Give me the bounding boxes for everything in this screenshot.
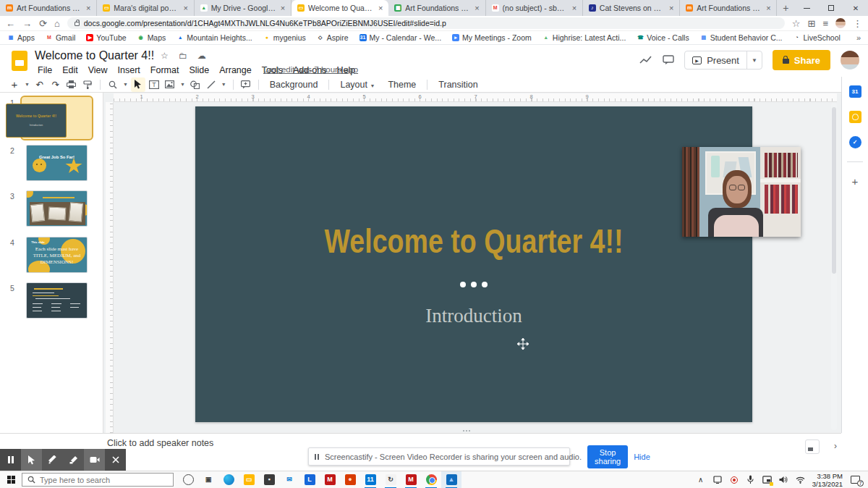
background-button[interactable]: Background — [264, 80, 324, 90]
stop-sharing-button[interactable]: Stop sharing — [587, 445, 628, 468]
taskbar-app[interactable]: M — [401, 471, 421, 488]
menu-item[interactable]: Insert — [114, 64, 145, 76]
menu-item[interactable]: Format — [146, 64, 184, 76]
insert-comment-icon[interactable] — [239, 77, 253, 92]
print-icon[interactable] — [64, 77, 79, 92]
taskbar-app[interactable]: ● — [340, 471, 360, 488]
taskbar-clock[interactable]: 3:38 PM 3/13/2021 — [812, 472, 843, 488]
bookmark[interactable]: ▶ YouTube — [86, 33, 126, 42]
layout-button[interactable]: Layout ▼ — [334, 80, 380, 90]
share-button[interactable]: Share — [773, 50, 830, 70]
slide-thumbnail[interactable]: Great Job So Far! — [26, 145, 88, 181]
menu-item[interactable]: Edit — [58, 64, 82, 76]
menu-item[interactable]: View — [84, 64, 112, 76]
back-icon[interactable]: ← — [6, 19, 15, 28]
new-slide-dropdown-icon[interactable]: ▼ — [23, 82, 31, 87]
address-bar[interactable]: docs.google.com/presentation/d/1CHAgt4MX… — [67, 17, 785, 29]
taskbar-app[interactable]: M — [320, 471, 340, 488]
maximize-icon[interactable] — [819, 0, 843, 16]
taskbar-app[interactable] — [421, 471, 441, 488]
taskbar-app[interactable]: ▣ — [198, 471, 218, 488]
close-icon[interactable]: ✕ — [843, 0, 868, 16]
bookmark[interactable]: ● mygenius — [263, 33, 306, 42]
browser-tab[interactable]: ▭ Welcome to Quarter 4!! - G × — [292, 0, 388, 16]
taskbar-app[interactable] — [218, 471, 239, 488]
taskbar-app[interactable]: ▭ — [239, 471, 259, 488]
star-icon[interactable]: ☆ — [792, 19, 801, 28]
highlighter-icon[interactable] — [63, 449, 84, 471]
slide-title-text[interactable]: Welcome to Quarter 4!! — [251, 221, 697, 261]
tab-close-icon[interactable]: × — [571, 4, 578, 12]
minimize-icon[interactable] — [794, 0, 819, 16]
notes-drag-handle[interactable] — [463, 430, 470, 432]
user-avatar[interactable] — [841, 51, 859, 70]
taskbar-app[interactable]: 11 — [360, 471, 380, 488]
slide-thumbnail[interactable] — [26, 190, 88, 227]
comments-icon[interactable] — [663, 55, 674, 65]
vertical-scrollbar[interactable] — [831, 103, 837, 430]
tab-close-icon[interactable]: × — [668, 4, 675, 12]
tab-close-icon[interactable]: × — [474, 4, 481, 12]
move-folder-icon[interactable]: 🗀 — [179, 51, 187, 61]
undo-icon[interactable]: ↶ — [33, 77, 47, 92]
taskbar-search[interactable] — [22, 473, 174, 487]
present-button[interactable]: ▶Present ▼ — [684, 51, 762, 70]
hide-link[interactable]: Hide — [634, 453, 650, 461]
menu-icon[interactable]: ⋮ — [853, 19, 862, 28]
pen-icon[interactable] — [42, 449, 63, 471]
browser-tab[interactable]: ▲ My Drive - Google Drive × — [195, 0, 292, 16]
star-icon[interactable]: ☆ — [161, 51, 169, 61]
tab-close-icon[interactable]: × — [765, 4, 772, 12]
paint-format-icon[interactable] — [80, 77, 95, 92]
bookmark[interactable]: ▤ Student Behavior C... — [700, 33, 783, 42]
recording-icon[interactable] — [729, 475, 739, 485]
taskbar-app[interactable]: ▪ — [259, 471, 279, 488]
insert-image-icon[interactable] — [163, 77, 177, 92]
new-tab-button[interactable]: + — [777, 0, 794, 16]
select-cursor-icon[interactable] — [131, 77, 145, 92]
slide-thumbnail[interactable]: Welcome to Quarter 4!! Introduction — [6, 104, 67, 138]
slides-logo-icon[interactable] — [12, 51, 27, 71]
menu-item[interactable]: File — [33, 64, 56, 76]
zoom-icon[interactable] — [106, 77, 120, 92]
tab-close-icon[interactable]: × — [377, 4, 384, 12]
browser-tab[interactable]: M (no subject) - sbybee@mo... × — [486, 0, 583, 16]
bookmark[interactable]: ▦ Apps — [7, 33, 35, 42]
profile-avatar[interactable] — [835, 18, 846, 28]
bookmark[interactable]: 31 My - Calendar - We... — [359, 33, 442, 42]
add-panel-icon[interactable]: + — [852, 175, 859, 188]
start-button-icon[interactable] — [0, 471, 22, 488]
document-title[interactable]: Welcome to Quarter 4!! — [35, 49, 154, 62]
slide-thumbnail[interactable]: This slide Each slide must haveTITLE, ME… — [26, 237, 88, 273]
bookmark[interactable]: ◉ Maps — [137, 33, 166, 42]
line-icon[interactable] — [204, 77, 218, 92]
tab-close-icon[interactable]: × — [182, 4, 190, 12]
google-keep-icon[interactable] — [849, 111, 861, 123]
bookmarks-overflow-icon[interactable]: » — [856, 33, 861, 42]
volume-icon[interactable] — [779, 475, 789, 485]
shape-icon[interactable] — [188, 77, 203, 92]
last-edit-link[interactable]: Last edit was 7 hours ago — [263, 65, 358, 74]
presenter-toolbar-button[interactable] — [805, 439, 820, 454]
bookmark[interactable]: ◇ Aspire — [317, 33, 349, 42]
reading-list-icon[interactable]: ≡ — [822, 19, 828, 28]
redo-icon[interactable]: ↷ — [48, 77, 63, 92]
cloud-status-icon[interactable]: ☁ — [197, 51, 206, 61]
slide-canvas[interactable]: Welcome to Quarter 4!! Introduction — [195, 106, 752, 422]
tab-close-icon[interactable]: × — [85, 4, 92, 12]
menu-item[interactable]: Arrange — [215, 64, 255, 76]
bookmark[interactable]: ▲ Mountain Heights... — [176, 33, 252, 42]
google-tasks-icon[interactable]: ✓ — [849, 136, 861, 148]
browser-tab[interactable]: ▭ Mara's digital portfolio - G × — [97, 0, 194, 16]
webcam-icon[interactable] — [84, 449, 105, 471]
taskbar-app[interactable] — [178, 471, 198, 488]
zoom-dropdown-icon[interactable]: ▼ — [122, 82, 129, 87]
bookmark[interactable]: ▸ My Meetings - Zoom — [452, 33, 532, 42]
bookmark[interactable]: ☎ Voice - Calls — [637, 33, 689, 42]
cursor-icon[interactable] — [21, 449, 42, 471]
google-calendar-icon[interactable]: 31 — [849, 85, 861, 98]
bookmark[interactable]: M Gmail — [46, 33, 75, 42]
hidden-icons-chevron[interactable]: ∧ — [696, 475, 706, 485]
window-icon[interactable] — [712, 475, 723, 485]
slide-thumbnail[interactable] — [26, 282, 88, 319]
